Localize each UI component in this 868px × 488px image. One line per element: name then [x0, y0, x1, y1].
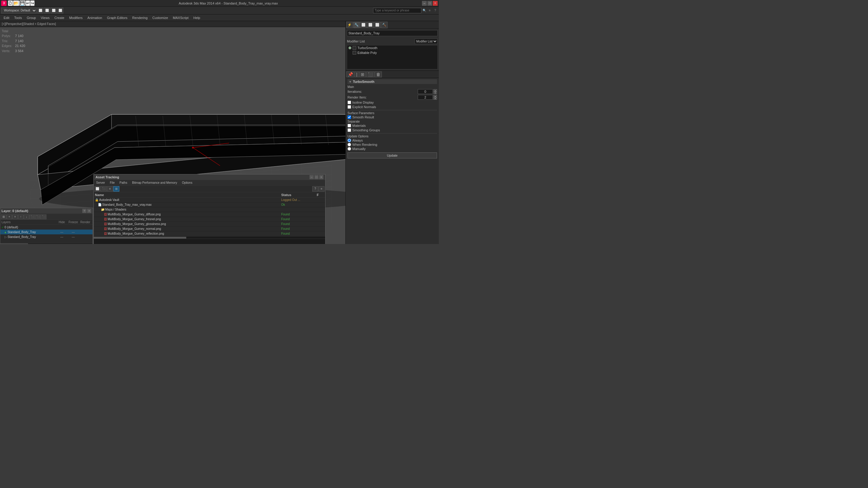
iterations-down[interactable]: ▼	[433, 92, 437, 94]
search-opt-btn[interactable]: ≡	[427, 8, 432, 13]
modifier-turbosmooth[interactable]: TurboSmooth	[347, 45, 437, 50]
asset-row-6[interactable]: 🖼 MultiBody_Morgue_Gurney_normal.png Fou…	[94, 227, 325, 231]
open-btn[interactable]: 📂	[13, 0, 19, 6]
layers-scrollbar[interactable]	[0, 243, 93, 244]
always-radio[interactable]	[347, 138, 351, 142]
save-btn[interactable]: 💾	[19, 0, 26, 6]
close-button[interactable]: ×	[433, 1, 438, 6]
manually-radio[interactable]	[347, 147, 351, 151]
asset-tb-3[interactable]: ≡	[107, 186, 113, 192]
iterations-spinner[interactable]: ▲ ▼	[433, 89, 437, 94]
new-btn[interactable]: 🗋	[8, 0, 13, 6]
menu-create[interactable]: Create	[52, 15, 67, 20]
maximize-button[interactable]: □	[427, 1, 432, 6]
asset-help-btn[interactable]: ?	[312, 186, 318, 192]
pin-stack-btn[interactable]: 📌	[346, 71, 354, 77]
smoothing-groups-checkbox[interactable]	[347, 128, 351, 132]
asset-menu-server[interactable]: Server	[94, 180, 107, 185]
iterations-input[interactable]	[418, 89, 433, 94]
menu-customize[interactable]: Customize	[150, 15, 170, 20]
render-iters-spinner[interactable]: ▲ ▼	[433, 95, 437, 100]
menu-animation[interactable]: Animation	[85, 15, 104, 20]
lt-btn-3[interactable]: ×	[12, 215, 18, 219]
lt-btn-6[interactable]: ⬛	[30, 215, 35, 219]
asset-restore-btn[interactable]: □	[314, 175, 318, 179]
asset-tb-4[interactable]: ⊞	[113, 186, 119, 192]
help-btn[interactable]: ?	[433, 8, 438, 13]
asset-menu-file[interactable]: File	[107, 180, 117, 185]
asset-row-1[interactable]: 📄 Standard_Body_Tray_max_vray.max Ok	[94, 202, 325, 207]
asset-row-5[interactable]: 🖼 MultiBody_Morgue_Gurney_glossiness.png…	[94, 222, 325, 227]
show-all-btn[interactable]: |	[355, 71, 359, 77]
lt-btn-7[interactable]: ⬛	[35, 215, 41, 219]
render-iters-up[interactable]: ▲	[433, 95, 437, 97]
menu-group[interactable]: Group	[24, 15, 38, 20]
when-rendering-radio[interactable]	[347, 143, 351, 147]
asset-tb-2[interactable]: ⬛	[101, 186, 107, 192]
layer-row-1[interactable]: ■ ▲ Standard_Body_Tray — —	[0, 230, 93, 234]
asset-menu-bitmap[interactable]: Bitmap Performance and Memory	[130, 180, 180, 185]
create-tab[interactable]: ⚡	[346, 22, 353, 28]
menu-modifiers[interactable]: Modifiers	[67, 15, 85, 20]
search-btn[interactable]: 🔍	[422, 8, 427, 13]
modify-tab[interactable]: 🔧	[353, 22, 360, 28]
search-input[interactable]	[373, 8, 421, 13]
asset-menu-btn[interactable]: ≡	[318, 186, 324, 192]
layer-row-0[interactable]: ✓ 0 (default)	[0, 225, 93, 230]
turbosmooth-check[interactable]	[352, 46, 356, 50]
motion-tab[interactable]: ⬜	[367, 22, 374, 28]
asset-row-7[interactable]: 🖼 MultiBody_Morgue_Gurney_reflection.png…	[94, 231, 325, 236]
lt-btn-5[interactable]: ↓	[24, 215, 29, 219]
lt-btn-8[interactable]: ⬛	[41, 215, 46, 219]
smooth-result-checkbox[interactable]	[347, 116, 351, 119]
object-name-input[interactable]	[347, 30, 438, 36]
workspace-selector[interactable]: Workspace: Default	[1, 7, 37, 13]
menu-edit[interactable]: Edit	[1, 15, 12, 20]
asset-row-0[interactable]: 🔒 Autodesk Vault Logged Out ...	[94, 198, 325, 202]
iterations-up[interactable]: ▲	[433, 89, 437, 92]
asset-scroll-thumb[interactable]	[94, 237, 186, 238]
tb-btn-4[interactable]: ⬜	[57, 7, 63, 13]
asset-menu-options[interactable]: Options	[180, 180, 195, 185]
asset-close-btn[interactable]: ×	[319, 175, 323, 179]
display-tab[interactable]: ⬜	[374, 22, 381, 28]
minimize-button[interactable]: –	[422, 1, 427, 6]
asset-horizontal-scrollbar[interactable]	[94, 236, 325, 238]
layer-row-2[interactable]: ▷ Standard_Body_Tray — —	[0, 234, 93, 239]
show-result-btn[interactable]: ⊞	[359, 71, 366, 77]
menu-views[interactable]: Views	[38, 15, 52, 20]
isoline-checkbox[interactable]	[347, 101, 351, 104]
asset-row-2[interactable]: 📁 Maps / Shaders	[94, 207, 325, 212]
remove-modifier-btn[interactable]: 🗑	[375, 71, 382, 77]
asset-row-3[interactable]: 🖼 MultiBody_Morgue_Gurney_diffuse.png Fo…	[94, 212, 325, 217]
redo-btn[interactable]: ↪	[30, 0, 35, 6]
asset-row-4[interactable]: 🖼 MultiBody_Morgue_Gurney_fresnel.png Fo…	[94, 217, 325, 222]
utilities-tab[interactable]: 🔨	[381, 22, 388, 28]
menu-tools[interactable]: Tools	[12, 15, 24, 20]
lt-btn-1[interactable]: ⊞	[1, 215, 6, 219]
hierarchy-tab[interactable]: ⬜	[360, 22, 367, 28]
lt-btn-2[interactable]: +	[7, 215, 12, 219]
modifier-dropdown[interactable]: Modifier List	[415, 38, 438, 44]
asset-tb-1[interactable]: ⬜	[94, 186, 100, 192]
tb-btn-3[interactable]: ⬜	[51, 7, 57, 13]
make-unique-btn[interactable]: ⬛	[366, 71, 374, 77]
materials-checkbox[interactable]	[347, 124, 351, 127]
explicit-normals-checkbox[interactable]	[347, 105, 351, 109]
undo-btn[interactable]: ↩	[26, 0, 30, 6]
layers-close-btn[interactable]: ×	[87, 209, 91, 213]
menu-maxscript[interactable]: MAXScript	[170, 15, 191, 20]
editablepoly-check[interactable]	[352, 51, 356, 55]
render-iters-down[interactable]: ▼	[433, 97, 437, 100]
layers-query-btn[interactable]: ?	[82, 209, 87, 213]
tb-btn-2[interactable]: ⬜	[44, 7, 50, 13]
modifier-editablepoly[interactable]: Editable Poly	[347, 50, 437, 55]
lt-btn-4[interactable]: ↑	[18, 215, 24, 219]
asset-menu-paths[interactable]: Paths	[117, 180, 130, 185]
update-button[interactable]: Update	[347, 153, 437, 158]
menu-help[interactable]: Help	[191, 15, 203, 20]
menu-rendering[interactable]: Rendering	[130, 15, 150, 20]
layers-scroll-thumb[interactable]	[0, 243, 28, 244]
tb-btn-1[interactable]: ⬜	[37, 7, 43, 13]
render-iters-input[interactable]	[418, 95, 433, 100]
